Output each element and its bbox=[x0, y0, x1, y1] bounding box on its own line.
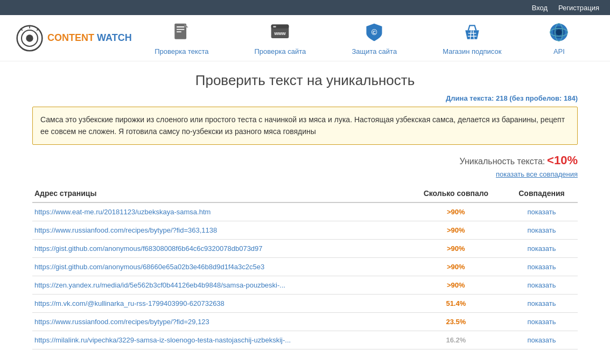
nav-protect-site-label: Защита сайта bbox=[352, 47, 397, 55]
show-cell: показать bbox=[506, 294, 578, 312]
table-row: https://www.russianfood.com/recipes/byty… bbox=[32, 221, 578, 239]
show-link[interactable]: показать bbox=[527, 263, 556, 271]
col-matches-header: Сколько совпало bbox=[406, 185, 506, 202]
show-link[interactable]: показать bbox=[527, 336, 556, 344]
text-length-value: 218 bbox=[496, 94, 508, 102]
nav-api-label: API bbox=[553, 47, 565, 55]
uniqueness-bar: Уникальность текста: <10% bbox=[32, 153, 578, 167]
url-link[interactable]: https://www.russianfood.com/recipes/byty… bbox=[34, 318, 209, 326]
show-link[interactable]: показать bbox=[527, 318, 556, 326]
url-cell: https://www.russianfood.com/recipes/byty… bbox=[32, 312, 406, 331]
svg-rect-12 bbox=[274, 26, 276, 27]
url-link[interactable]: https://zen.yandex.ru/media/id/5e562b3cf… bbox=[34, 281, 285, 289]
nav-check-site-label: Проверка сайта bbox=[254, 47, 306, 55]
header: CONTENT WATCH Проверка текста bbox=[0, 15, 610, 61]
svg-rect-9 bbox=[177, 31, 181, 32]
results-table: Адрес страницы Сколько совпало Совпадени… bbox=[32, 185, 578, 349]
table-row: https://www.russianfood.com/recipes/byty… bbox=[32, 312, 578, 331]
main-content: Проверить текст на уникальность Длина те… bbox=[0, 61, 610, 360]
match-cell: 51.4% bbox=[406, 294, 506, 312]
api-icon bbox=[547, 20, 571, 44]
nav-check-site[interactable]: www Проверка сайта bbox=[254, 20, 306, 55]
table-row: https://gist.github.com/anonymous/68660e… bbox=[32, 257, 578, 276]
url-link[interactable]: https://milalink.ru/vipechka/3229-samsa-… bbox=[34, 336, 291, 344]
show-all-link[interactable]: показать все совпадения bbox=[496, 170, 578, 178]
logo-text: CONTENT WATCH bbox=[47, 32, 132, 44]
show-link[interactable]: показать bbox=[527, 226, 556, 234]
uniqueness-value: <10% bbox=[547, 153, 578, 167]
url-link[interactable]: https://gist.github.com/anonymous/68660e… bbox=[34, 263, 264, 271]
url-link[interactable]: https://m.vk.com/@kullinarka_ru-rss-1799… bbox=[34, 299, 225, 307]
show-link[interactable]: показать bbox=[527, 281, 556, 289]
url-cell: https://m.vk.com/@kullinarka_ru-rss-1799… bbox=[32, 294, 406, 312]
svg-rect-8 bbox=[177, 29, 185, 30]
basket-icon bbox=[460, 20, 484, 44]
col-show-header: Совпадения bbox=[506, 185, 578, 202]
url-cell: https://www.russianfood.com/recipes/byty… bbox=[32, 221, 406, 239]
url-link[interactable]: https://www.eat-me.ru/20181123/uzbekskay… bbox=[34, 208, 211, 216]
show-cell: показать bbox=[506, 257, 578, 276]
match-cell: >90% bbox=[406, 276, 506, 294]
show-cell: показать bbox=[506, 221, 578, 239]
main-nav: Проверка текста www Проверка сайта © bbox=[132, 20, 594, 55]
www-icon: www bbox=[268, 20, 292, 44]
table-row: https://milalink.ru/vipechka/3229-samsa-… bbox=[32, 331, 578, 349]
match-cell: 23.5% bbox=[406, 312, 506, 331]
url-cell: https://zen.yandex.ru/media/id/5e562b3cf… bbox=[32, 276, 406, 294]
match-cell: >90% bbox=[406, 239, 506, 257]
show-link[interactable]: показать bbox=[527, 244, 556, 253]
nav-check-text-label: Проверка текста bbox=[155, 47, 208, 55]
url-link[interactable]: https://www.russianfood.com/recipes/byty… bbox=[34, 226, 217, 234]
nav-check-text[interactable]: Проверка текста bbox=[155, 20, 208, 55]
input-text-display: Самса это узбекские пирожки из слоеного … bbox=[32, 107, 578, 145]
doc-icon bbox=[170, 20, 193, 44]
nav-shop[interactable]: Магазин подписок bbox=[443, 20, 501, 55]
table-row: https://m.vk.com/@kullinarka_ru-rss-1799… bbox=[32, 294, 578, 312]
match-cell: >90% bbox=[406, 221, 506, 239]
show-link[interactable]: показать bbox=[527, 208, 556, 216]
svg-text:©: © bbox=[371, 28, 377, 37]
logo[interactable]: CONTENT WATCH bbox=[16, 25, 132, 52]
nav-shop-label: Магазин подписок bbox=[443, 47, 501, 55]
show-cell: показать bbox=[506, 239, 578, 257]
table-row: https://zen.yandex.ru/media/id/5e562b3cf… bbox=[32, 276, 578, 294]
show-cell: показать bbox=[506, 331, 578, 349]
show-link[interactable]: показать bbox=[527, 299, 556, 307]
url-cell: https://gist.github.com/anonymous/68660e… bbox=[32, 257, 406, 276]
svg-text:www: www bbox=[274, 31, 286, 36]
page-title: Проверить текст на уникальность bbox=[32, 72, 578, 89]
text-length-info: Длина текста: 218 (без пробелов: 184) bbox=[32, 94, 578, 102]
uniqueness-label: Уникальность текста: bbox=[460, 157, 545, 166]
url-link[interactable]: https://gist.github.com/anonymous/f68308… bbox=[34, 244, 263, 253]
col-url-header: Адрес страницы bbox=[32, 185, 406, 202]
match-cell: >90% bbox=[406, 257, 506, 276]
show-cell: показать bbox=[506, 276, 578, 294]
table-row: https://gist.github.com/anonymous/f68308… bbox=[32, 239, 578, 257]
register-link[interactable]: Регистрация bbox=[558, 4, 599, 12]
nav-api[interactable]: API bbox=[547, 20, 571, 55]
show-cell: показать bbox=[506, 312, 578, 331]
table-row: https://www.eat-me.ru/20181123/uzbekskay… bbox=[32, 202, 578, 221]
url-cell: https://gist.github.com/anonymous/f68308… bbox=[32, 239, 406, 257]
match-cell: 16.2% bbox=[406, 331, 506, 349]
top-bar: Вход Регистрация bbox=[0, 0, 610, 15]
nav-protect-site[interactable]: © Защита сайта bbox=[352, 20, 397, 55]
match-cell: >90% bbox=[406, 202, 506, 221]
url-cell: https://milalink.ru/vipechka/3229-samsa-… bbox=[32, 331, 406, 349]
show-all: показать все совпадения bbox=[32, 170, 578, 178]
svg-point-2 bbox=[26, 34, 33, 41]
svg-point-21 bbox=[556, 30, 562, 36]
show-cell: показать bbox=[506, 202, 578, 221]
url-cell: https://www.eat-me.ru/20181123/uzbekskay… bbox=[32, 202, 406, 221]
shield-icon: © bbox=[362, 20, 386, 44]
svg-rect-7 bbox=[177, 26, 185, 27]
login-link[interactable]: Вход bbox=[532, 4, 548, 12]
footer-buttons: Нужен уникальный контент? Править этот т… bbox=[0, 360, 610, 364]
logo-icon bbox=[16, 25, 43, 52]
